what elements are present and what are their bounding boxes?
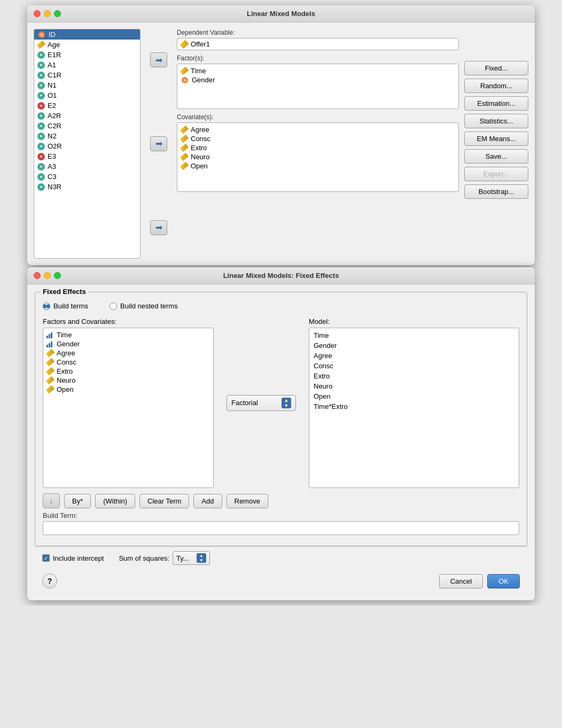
random-button[interactable]: Random... (464, 79, 528, 93)
clear-term-button[interactable]: Clear Term (139, 494, 189, 508)
main-window-title: Linear Mixed Models (247, 10, 315, 18)
estimation-button[interactable]: Estimation... (464, 96, 528, 111)
list-item[interactable]: Consc (311, 361, 517, 371)
list-item[interactable]: Gender (311, 340, 517, 351)
factors-covariate-list[interactable]: TimeGenderAgreeConscExtroNeuroOpen (43, 328, 214, 488)
right-panel: Dependent Variable: Factor(s): TimeaGend… (177, 29, 459, 259)
factorial-select[interactable]: Factorial ▲▼ (227, 395, 296, 411)
list-item[interactable]: Age (34, 40, 140, 50)
build-terms-radio[interactable] (43, 303, 50, 310)
var-item-label: O1 (48, 91, 57, 99)
maximize-button[interactable] (54, 10, 61, 17)
list-item[interactable]: Time*Extro (311, 401, 517, 412)
ruler-icon (180, 162, 189, 171)
minimize-button[interactable] (44, 10, 51, 17)
list-item[interactable]: ●O2R (34, 141, 140, 151)
covariate-item-label: Extro (191, 144, 207, 152)
list-item[interactable]: ●A3 (34, 161, 140, 172)
list-item[interactable]: Neuro (45, 376, 211, 385)
down-arrow-button[interactable]: ↓ (43, 493, 60, 508)
key-nominal-icon: a (37, 31, 46, 38)
sum-of-squares-select[interactable]: Ty... ▲▼ (173, 551, 210, 565)
ok-button[interactable]: OK (487, 574, 520, 588)
build-terms-option[interactable]: Build terms (43, 302, 88, 310)
factors-covariates-label: Factors and Covariates: (43, 317, 214, 326)
nominal-green-icon: ● (37, 163, 45, 171)
list-item[interactable]: ●N2 (34, 131, 140, 141)
ruler-icon (180, 67, 189, 75)
list-item[interactable]: Gender (45, 339, 211, 348)
fc-item-label: Gender (57, 340, 80, 348)
fc-item-label: Extro (57, 367, 73, 375)
list-item[interactable]: ●N1 (34, 80, 140, 90)
covariates-list[interactable]: AgreeConscExtroNeuroOpen (177, 122, 459, 192)
list-item[interactable]: Open (179, 161, 456, 171)
factor-item-label: Time (191, 67, 206, 75)
list-item[interactable]: Time (311, 330, 517, 340)
side-buttons: Fixed... Random... Estimation... Statist… (464, 29, 528, 259)
remove-button[interactable]: Remove (227, 494, 268, 508)
list-item[interactable]: Consc (179, 134, 456, 143)
list-item[interactable]: ●E3 (34, 151, 140, 161)
var-item-label: A3 (48, 162, 56, 171)
list-item[interactable]: Neuro (311, 381, 517, 391)
list-item[interactable]: ●C2R (34, 121, 140, 131)
list-item[interactable]: Open (311, 391, 517, 401)
move-to-factors-button[interactable]: ➡ (150, 136, 167, 151)
variable-list[interactable]: aIDAge●E1R●A1●C1R●N1●O1●E2●A2R●C2R●N2●O2… (34, 29, 140, 259)
ruler-icon (46, 358, 55, 367)
fixed-minimize-button[interactable] (44, 272, 51, 279)
list-item[interactable]: Extro (45, 367, 211, 376)
list-item[interactable]: aGender (179, 75, 456, 84)
nominal-green-icon: ● (37, 112, 45, 120)
statistics-button[interactable]: Statistics... (464, 114, 528, 128)
factors-list[interactable]: TimeaGender (177, 64, 459, 109)
model-list[interactable]: TimeGenderAgreeConscExtroNeuroOpenTime*E… (309, 328, 519, 488)
move-to-covariates-button[interactable]: ➡ (150, 220, 167, 235)
model-item-label: Agree (314, 352, 332, 360)
var-item-label: Age (48, 41, 60, 49)
help-button[interactable]: ? (42, 574, 57, 588)
nominal-green-icon: ● (37, 61, 45, 69)
bootstrap-button[interactable]: Bootstrap... (464, 184, 528, 199)
list-item[interactable]: ●N3R (34, 182, 140, 192)
list-item[interactable]: ●A1 (34, 60, 140, 70)
list-item[interactable]: Open (45, 385, 211, 394)
list-item[interactable]: Agree (179, 125, 456, 134)
list-item[interactable]: ●E2 (34, 100, 140, 111)
covariate-item-label: Neuro (191, 153, 209, 161)
move-to-dep-var-button[interactable]: ➡ (150, 52, 167, 67)
cancel-button[interactable]: Cancel (439, 574, 483, 588)
list-item[interactable]: ●A2R (34, 111, 140, 121)
close-button[interactable] (34, 10, 41, 17)
list-item[interactable]: ●O1 (34, 90, 140, 100)
build-term-input[interactable] (43, 521, 519, 535)
save-button[interactable]: Save... (464, 149, 528, 164)
include-intercept-checkbox[interactable]: ✓ (42, 554, 50, 562)
em-means-button[interactable]: EM Means... (464, 131, 528, 146)
list-item[interactable]: ●C1R (34, 70, 140, 80)
factors-group: Factor(s): TimeaGender (177, 55, 459, 109)
list-item[interactable]: Neuro (179, 152, 456, 161)
fixed-button[interactable]: Fixed... (464, 61, 528, 75)
list-item[interactable]: Agree (311, 351, 517, 361)
build-nested-terms-radio[interactable] (110, 303, 117, 310)
list-item[interactable]: Extro (179, 143, 456, 152)
bar-chart-icon (46, 341, 54, 347)
within-button[interactable]: (Within) (95, 494, 135, 508)
list-item[interactable]: Agree (45, 348, 211, 358)
list-item[interactable]: Consc (45, 358, 211, 367)
list-item[interactable]: Time (179, 66, 456, 75)
add-button[interactable]: Add (193, 494, 222, 508)
fixed-maximize-button[interactable] (54, 272, 61, 279)
by-star-button[interactable]: By* (64, 494, 91, 508)
build-nested-terms-option[interactable]: Build nested terms (110, 302, 178, 310)
list-item[interactable]: ●E1R (34, 50, 140, 60)
fixed-close-button[interactable] (34, 272, 41, 279)
list-item[interactable]: aID (34, 29, 140, 40)
fixed-effects-group-label: Fixed Effects (41, 288, 88, 296)
dep-var-field[interactable] (191, 40, 455, 48)
list-item[interactable]: Extro (311, 371, 517, 381)
list-item[interactable]: Time (45, 330, 211, 339)
list-item[interactable]: ●C3 (34, 172, 140, 182)
